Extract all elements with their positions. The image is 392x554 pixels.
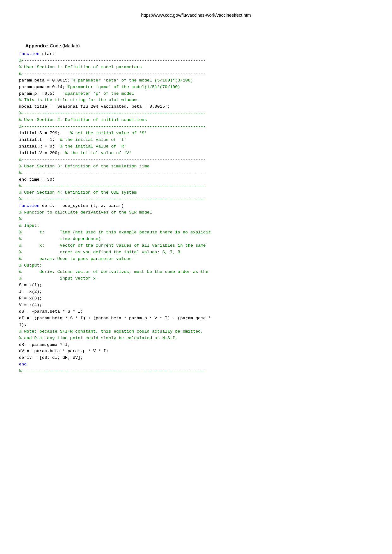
code-line: function start [19, 51, 373, 57]
appendix-bold: Appendix: [25, 43, 48, 48]
code-line: initial.I = 1; % the initial value of 'I… [19, 137, 373, 143]
code-line: %---------------------------------------… [19, 123, 373, 130]
code-line: % order as you defined the inital values… [19, 249, 373, 256]
code-line: % User Section 1: Definition of model pa… [19, 64, 373, 71]
code-line: dI = +(param.beta * S * I) + (param.beta… [19, 315, 373, 322]
code-line: % Function to calculate derivatives of t… [19, 209, 373, 216]
code-line: % deriv: Column vector of derivatives, m… [19, 269, 373, 275]
code-line: % [19, 216, 373, 223]
code-line: % This is the title string for the plot … [19, 97, 373, 104]
code-line: % Input: [19, 223, 373, 229]
code-line: % x: Vector of the current values of all… [19, 243, 373, 249]
code-line: param.gama = 0.14; %parameter 'gama' of … [19, 84, 373, 91]
code-line: % time dependence). [19, 236, 373, 243]
code-line: % input vector x. [19, 275, 373, 282]
code-line: % Output: [19, 262, 373, 269]
code-line: model_title = 'Seasonal flu 20% vaccinat… [19, 104, 373, 110]
code-line: end [19, 361, 373, 368]
code-line: initial.V = 200; % the initial value of … [19, 150, 373, 157]
appendix-title: Appendix: Code (Matlab) [25, 43, 373, 48]
code-line: % User Section 4: Definition of the ODE … [19, 190, 373, 196]
appendix-rest: Code (Matlab) [48, 43, 80, 48]
code-line: dV = -param.beta * param.p * V * I; [19, 348, 373, 355]
code-line: end_time = 30; [19, 177, 373, 183]
code-line: %---------------------------------------… [19, 170, 373, 177]
code-line: I = x(2); [19, 289, 373, 295]
code-line: % t: Time (not used in this example beca… [19, 229, 373, 236]
code-line: initial.S = 799; % set the initial value… [19, 130, 373, 137]
code-line: param.p = 0.5; %parameter 'p' of the mod… [19, 91, 373, 97]
code-line: % User Section 3: Definition of the simu… [19, 163, 373, 170]
code-line: % param: Used to pass parameter values. [19, 256, 373, 262]
code-line: % and R at any time point could simply b… [19, 335, 373, 342]
code-line: S = x(1); [19, 282, 373, 289]
url-bar: https://www.cdc.gov/flu/vaccines-work/va… [19, 13, 373, 18]
code-line: %---------------------------------------… [19, 57, 373, 64]
code-line: R = x(3); [19, 295, 373, 302]
code-line: initial.R = 0; % the initial value of 'R… [19, 143, 373, 150]
code-line: function deriv = ode_system (t, x, param… [19, 203, 373, 209]
code-line: % Note: because S+I+R=constant, this equ… [19, 328, 373, 335]
code-line: % User Section 2: Definition of initial … [19, 117, 373, 123]
code-line: %---------------------------------------… [19, 183, 373, 190]
code-line: param.beta = 0.0015; % parameter 'beta' … [19, 77, 373, 84]
code-line: %---------------------------------------… [19, 157, 373, 163]
code-line: %---------------------------------------… [19, 71, 373, 77]
code-line: %---------------------------------------… [19, 368, 373, 375]
code-line: dS = -param.beta * S * I; [19, 309, 373, 315]
code-block: function start%-------------------------… [19, 51, 373, 375]
code-line: %---------------------------------------… [19, 196, 373, 203]
code-line: %---------------------------------------… [19, 110, 373, 117]
code-line: V = x(4); [19, 302, 373, 309]
code-line: I); [19, 322, 373, 328]
code-line: dR = param.gama * I; [19, 342, 373, 348]
code-line: deriv = [dS; dI; dR; dV]; [19, 355, 373, 361]
